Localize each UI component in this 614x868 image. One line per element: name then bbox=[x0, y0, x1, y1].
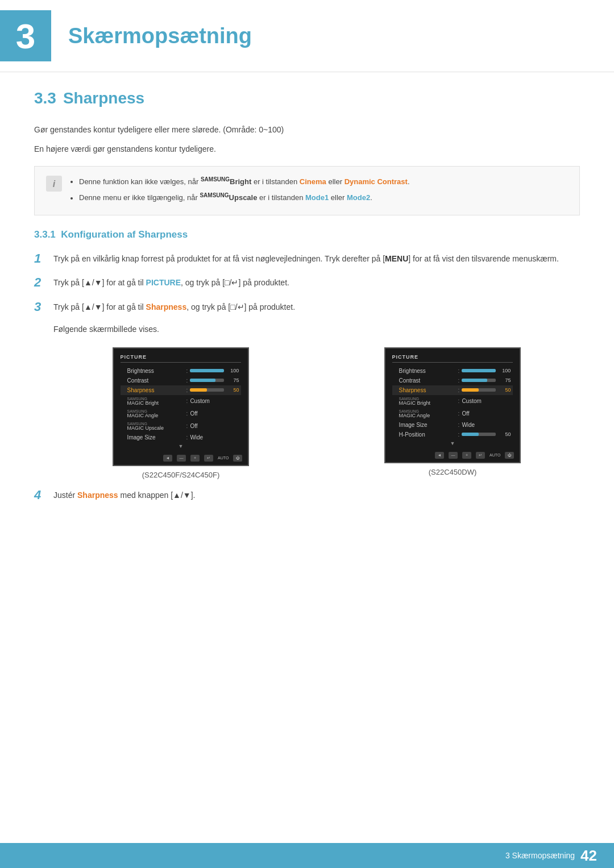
note-content: Denne funktion kan ikke vælges, når SAMS… bbox=[70, 175, 410, 207]
screenshots-area: PICTURE Brightness : 100 C bbox=[53, 347, 580, 479]
main-content: 3.3 Sharpness Gør genstandes kontur tyde… bbox=[0, 89, 614, 503]
step-2: 2 Tryk på [▲/▼] for at gå til PICTURE, o… bbox=[34, 275, 580, 291]
screen-caption-2: (S22C450DW) bbox=[429, 468, 477, 476]
chapter-title: Skærmopsætning bbox=[68, 24, 252, 48]
chapter-box: 3 bbox=[0, 10, 51, 61]
menu-row-magic-angle-2: SAMSUNG MAGIC Angle : Off bbox=[392, 408, 513, 420]
step-3: 3 Tryk på [▲/▼] for at gå til Sharpness,… bbox=[34, 299, 580, 315]
screen-caption-1: (S22C450F/S24C450F) bbox=[142, 471, 220, 479]
step-3-num: 3 bbox=[34, 299, 48, 315]
menu-row-sharpness-2: Sharpness : 50 bbox=[392, 385, 513, 395]
screen-wrapper-1: PICTURE Brightness : 100 C bbox=[113, 347, 250, 466]
menu-row-image-size-1: Image Size : Wide bbox=[121, 433, 242, 442]
step-2-text: Tryk på [▲/▼] for at gå til PICTURE, og … bbox=[53, 275, 289, 289]
page-footer: 3 Skærmopsætning 42 bbox=[0, 843, 614, 868]
menu-row-hposition-2: H-Position : 50 bbox=[392, 430, 513, 439]
screen-img-1: PICTURE Brightness : 100 C bbox=[113, 347, 250, 466]
section-num: 3.3 bbox=[34, 89, 56, 107]
step-1-text: Tryk på en vilkårlig knap forrest på pro… bbox=[53, 251, 559, 265]
menu-row-brightness-1: Brightness : 100 bbox=[121, 366, 242, 376]
menu-row-sharpness-1: Sharpness : 50 bbox=[121, 385, 242, 395]
menu-row-contrast-2: Contrast : 75 bbox=[392, 376, 513, 385]
menu-row-contrast-1: Contrast : 75 bbox=[121, 376, 242, 385]
screen-toolbar-2: ◄ — + ↵ AUTO ⏻ bbox=[391, 452, 515, 459]
footer-page: 42 bbox=[580, 847, 597, 865]
note-icon: i bbox=[46, 176, 62, 192]
step-1: 1 Tryk på en vilkårlig knap forrest på p… bbox=[34, 251, 580, 267]
screen-toolbar-1: ◄ — + ↵ AUTO ⏻ bbox=[119, 455, 243, 462]
menu-row-image-size-2: Image Size : Wide bbox=[392, 420, 513, 430]
screen-img-2: PICTURE Brightness : 100 C bbox=[384, 347, 521, 463]
step-4: 4 Justér Sharpness med knappen [▲/▼]. bbox=[34, 487, 580, 504]
chapter-number: 3 bbox=[16, 16, 35, 56]
desc2: En højere værdi gør genstandens kontur t… bbox=[34, 143, 580, 155]
note-box: i Denne funktion kan ikke vælges, når SA… bbox=[34, 166, 580, 215]
menu-row-magic-bright-1: SAMSUNG MAGIC Bright : Custom bbox=[121, 395, 242, 408]
step-3-sub: Følgende skærmbillede vises. bbox=[53, 323, 580, 335]
menu-row-magic-bright-2: SAMSUNG MAGIC Bright : Custom bbox=[392, 395, 513, 408]
subsection-title: 3.3.1 Konfiguration af Sharpness bbox=[34, 229, 580, 240]
step-1-num: 1 bbox=[34, 251, 48, 267]
screenshot-2: PICTURE Brightness : 100 C bbox=[325, 347, 580, 479]
step-2-num: 2 bbox=[34, 275, 48, 291]
screen-title-1: PICTURE bbox=[121, 354, 242, 363]
step-4-num: 4 bbox=[34, 487, 48, 504]
menu-row-brightness-2: Brightness : 100 bbox=[392, 366, 513, 376]
menu-row-magic-angle-1: SAMSUNG MAGIC Angle : Off bbox=[121, 408, 242, 420]
desc1: Gør genstandes kontur tydeligere eller m… bbox=[34, 123, 580, 136]
screen-title-2: PICTURE bbox=[392, 354, 513, 363]
svg-text:i: i bbox=[53, 179, 56, 189]
page-header: 3 Skærmopsætning bbox=[0, 0, 614, 72]
menu-row-magic-upscale-1: SAMSUNG MAGIC Upscale : Off bbox=[121, 420, 242, 433]
step-3-text: Tryk på [▲/▼] for at gå til Sharpness, o… bbox=[53, 299, 295, 313]
footer-label: 3 Skærmopsætning bbox=[505, 851, 575, 860]
section-title-text: Sharpness bbox=[63, 89, 144, 107]
section-title: 3.3 Sharpness bbox=[34, 89, 580, 107]
screenshot-1: PICTURE Brightness : 100 C bbox=[53, 347, 308, 479]
screen-wrapper-2: PICTURE Brightness : 100 C bbox=[384, 347, 521, 463]
step-4-text: Justér Sharpness med knappen [▲/▼]. bbox=[53, 487, 196, 501]
